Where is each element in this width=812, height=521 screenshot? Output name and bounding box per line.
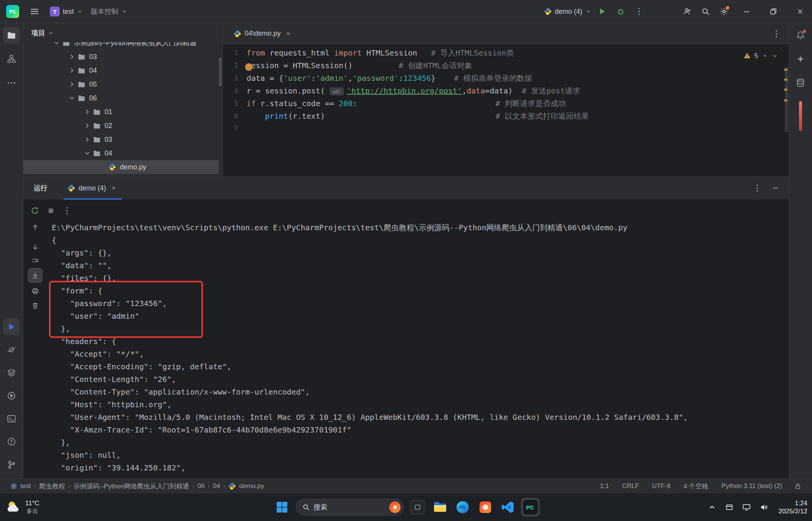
clear-console-icon[interactable] bbox=[28, 299, 42, 313]
code-line[interactable]: 3data = {'user':'admin','password':12345… bbox=[223, 72, 789, 85]
warning-stripe-mark[interactable] bbox=[784, 79, 787, 81]
start-button[interactable] bbox=[273, 498, 291, 516]
code-with-me-icon[interactable] bbox=[680, 4, 695, 19]
code-line[interactable]: 6 print(r.text) # 以文本形式打印返回结果 bbox=[223, 110, 789, 123]
chevron-right-icon[interactable] bbox=[67, 53, 77, 60]
breadcrumb-file[interactable]: demo.py bbox=[239, 482, 264, 490]
breadcrumb-item[interactable]: 示例源码--Python网络爬虫从入门到精通 bbox=[74, 482, 189, 491]
search-everywhere-icon[interactable] bbox=[698, 4, 713, 19]
terminal-icon[interactable] bbox=[3, 410, 20, 427]
next-problem-icon[interactable] bbox=[772, 53, 778, 59]
close-button[interactable] bbox=[788, 0, 812, 23]
chevron-down-icon[interactable] bbox=[83, 150, 92, 157]
run-tool-window-icon[interactable] bbox=[3, 318, 20, 335]
orange-app-icon[interactable] bbox=[476, 498, 494, 516]
run-config-widget[interactable]: demo (4) bbox=[544, 8, 591, 16]
tree-folder-04[interactable]: 04 bbox=[23, 64, 219, 77]
chevron-right-icon[interactable] bbox=[67, 81, 77, 88]
services-icon[interactable] bbox=[3, 364, 20, 381]
python-packages-icon[interactable] bbox=[3, 341, 20, 358]
breadcrumb-item[interactable]: 06 bbox=[198, 482, 205, 490]
breadcrumb-item[interactable]: test bbox=[20, 482, 31, 490]
tree-folder-01[interactable]: 01 bbox=[23, 105, 219, 119]
chevron-right-icon[interactable] bbox=[83, 108, 92, 115]
ai-assistant-icon[interactable] bbox=[792, 51, 809, 67]
file-explorer-icon[interactable] bbox=[431, 498, 449, 516]
tree-folder-03[interactable]: 03 bbox=[23, 50, 219, 64]
editor-tab[interactable]: 04\demo.py bbox=[228, 23, 298, 44]
tree-folder-02[interactable]: 02 bbox=[23, 119, 219, 133]
warning-stripe-mark[interactable] bbox=[784, 99, 787, 102]
chevron-right-icon[interactable] bbox=[83, 122, 92, 129]
status-widget-caret-position[interactable]: 1:1 bbox=[600, 482, 609, 490]
breadcrumb-item[interactable]: 04 bbox=[213, 482, 220, 490]
tree-folder-04[interactable]: 04 bbox=[23, 146, 219, 160]
inspections-widget[interactable]: 5 bbox=[740, 48, 782, 64]
soft-wrap-icon[interactable] bbox=[28, 254, 42, 268]
status-widget-python-interpreter[interactable]: Python 3.11 (test) (2) bbox=[722, 482, 782, 490]
run-panel-options-icon[interactable]: ⋮ bbox=[750, 180, 765, 196]
project-widget[interactable]: T test bbox=[50, 7, 83, 16]
editor-options-icon[interactable]: ⋮ bbox=[769, 26, 784, 41]
weather-widget[interactable]: 11°C 多云 bbox=[5, 493, 39, 521]
chevron-down-icon[interactable] bbox=[67, 95, 77, 102]
tree-folder-06[interactable]: 06 bbox=[23, 91, 219, 105]
version-control-icon[interactable] bbox=[3, 456, 20, 473]
status-widget-file-encoding[interactable]: UTF-8 bbox=[652, 482, 670, 490]
chevron-down-icon[interactable] bbox=[52, 42, 61, 46]
vscode-icon[interactable] bbox=[499, 498, 516, 516]
status-widget-line-separator[interactable]: CRLF bbox=[622, 482, 639, 490]
scroll-to-end-icon[interactable] bbox=[28, 269, 42, 282]
scroll-down-icon[interactable] bbox=[28, 240, 42, 254]
console-more-icon[interactable]: ⋮ bbox=[60, 204, 74, 218]
project-panel-title[interactable]: 项目 bbox=[31, 28, 45, 38]
hide-panel-icon[interactable] bbox=[768, 180, 783, 196]
database-icon[interactable] bbox=[792, 74, 809, 91]
breadcrumb-item[interactable]: 爬虫教程 bbox=[39, 482, 65, 491]
clock-widget[interactable]: 1:24 2025/2/12 bbox=[778, 499, 807, 515]
notifications-bell-icon[interactable] bbox=[792, 27, 809, 44]
run-tab[interactable]: demo (4) bbox=[61, 177, 124, 200]
code-line[interactable]: 7 bbox=[223, 123, 789, 135]
tree-folder-03[interactable]: 03 bbox=[23, 133, 219, 146]
network-icon[interactable] bbox=[741, 500, 752, 515]
minimize-button[interactable] bbox=[735, 0, 758, 23]
readonly-lock-icon[interactable] bbox=[792, 480, 804, 492]
restore-button[interactable] bbox=[761, 0, 785, 23]
settings-gear-icon[interactable] bbox=[716, 4, 732, 19]
chevron-right-icon[interactable] bbox=[67, 67, 77, 74]
edge-browser-icon[interactable] bbox=[454, 498, 471, 516]
debug-button[interactable] bbox=[613, 4, 628, 19]
more-tool-windows-icon[interactable]: ⋯ bbox=[3, 74, 20, 91]
inspection-indicator-bar[interactable] bbox=[799, 101, 802, 131]
prev-problem-icon[interactable] bbox=[762, 53, 768, 59]
vcs-widget[interactable]: 版本控制 bbox=[91, 7, 127, 16]
main-menu-icon[interactable] bbox=[27, 4, 42, 19]
code-line[interactable]: 5if r.status_code == 200: # 判断请求是否成功 bbox=[223, 97, 789, 110]
structure-icon[interactable] bbox=[3, 51, 20, 67]
tree-folder-示例源码--Python网络爬虫从入门到精通[interactable]: 示例源码--Python网络爬虫从入门到精通 bbox=[23, 42, 219, 50]
code-line[interactable]: 4r = session.post( url:'http://httpbin.o… bbox=[223, 85, 789, 97]
project-scrollbar-thumb[interactable] bbox=[219, 57, 222, 86]
chevron-right-icon[interactable] bbox=[83, 136, 92, 143]
warning-stripe-mark[interactable] bbox=[784, 69, 787, 71]
chevron-down-icon[interactable] bbox=[48, 30, 54, 36]
stop-icon[interactable] bbox=[44, 204, 58, 218]
volume-icon[interactable] bbox=[758, 500, 770, 515]
editor-code-area[interactable]: 1from requests_html import HTMLSession #… bbox=[223, 44, 789, 176]
scroll-up-icon[interactable] bbox=[28, 221, 42, 234]
tree-folder-05[interactable]: 05 bbox=[23, 77, 219, 91]
run-button[interactable] bbox=[595, 4, 610, 19]
dark-app-icon[interactable] bbox=[408, 498, 426, 516]
problems-icon[interactable] bbox=[3, 433, 20, 450]
profiler-icon[interactable] bbox=[3, 387, 20, 404]
taskbar-search-input[interactable]: 搜索 bbox=[296, 499, 404, 516]
close-tab-icon[interactable] bbox=[284, 29, 292, 38]
console-output[interactable]: E:\PyCharmProjects\test\venv\Scripts\pyt… bbox=[52, 221, 783, 475]
more-actions-icon[interactable]: ⋮ bbox=[631, 4, 647, 19]
print-icon[interactable] bbox=[28, 284, 42, 298]
code-line[interactable]: 1from requests_html import HTMLSession #… bbox=[223, 47, 789, 59]
close-tab-icon[interactable] bbox=[109, 184, 118, 192]
warning-stripe-mark[interactable] bbox=[784, 88, 787, 91]
status-widget-indent-style[interactable]: 4 个空格 bbox=[683, 482, 708, 491]
